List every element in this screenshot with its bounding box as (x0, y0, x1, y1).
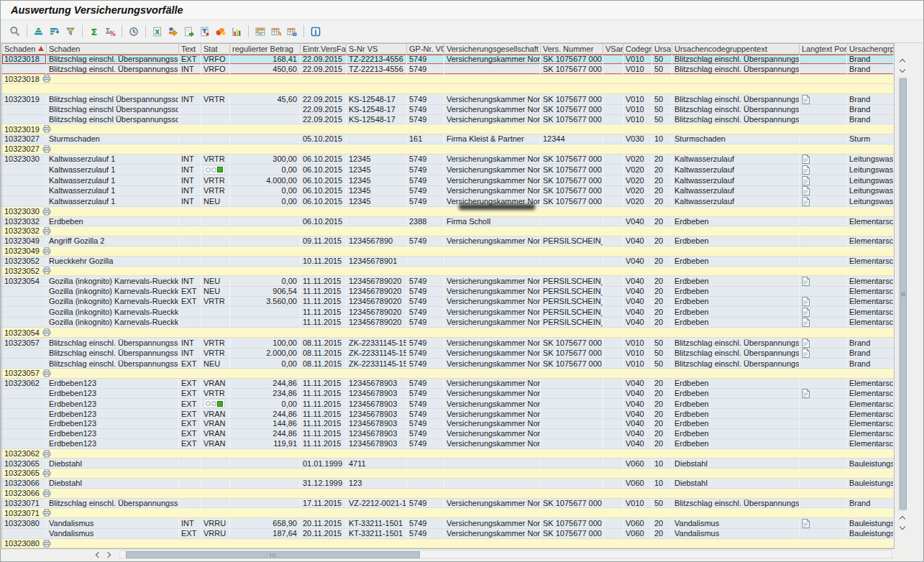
cell-betrag[interactable] (230, 548, 301, 549)
cell-langtext[interactable] (800, 115, 847, 125)
cell-snr_vs[interactable]: ZK-22331145-15 (347, 359, 407, 369)
subtotal-cell[interactable]: 10323049 (2, 247, 894, 257)
cell-betrag[interactable]: 658,90 (230, 518, 301, 529)
cell-text[interactable] (179, 479, 201, 489)
cell-datum[interactable]: 11.11.2015 (301, 318, 347, 328)
cell-datum[interactable]: 22.09.2015 (301, 55, 347, 65)
cell-utext[interactable]: Kaltwasserzulauf (672, 196, 800, 207)
cell-snr_vs[interactable]: 12345678903 (347, 409, 407, 419)
cell-vsart[interactable] (603, 94, 623, 105)
subtotal-cell[interactable]: 10323030 (2, 207, 894, 217)
cell-vers_nummer[interactable]: PERSILSCHEIN_1A (541, 236, 603, 247)
cell-vers_nummer[interactable] (541, 479, 603, 489)
cell-vg[interactable]: Versicherungskammer Nord-Ost (444, 419, 541, 429)
cell-codegrp[interactable]: V010 (623, 115, 652, 125)
cell-schaden_nr[interactable]: 10323052 (2, 257, 47, 267)
cell-vg[interactable]: Versicherungskammer Nord-Ost (444, 287, 541, 297)
cell-text[interactable]: EXT (179, 439, 201, 449)
cell-betrag[interactable] (230, 257, 301, 267)
cell-utext[interactable]: Blitzschlag einschl. Überspannungsschäd. (672, 65, 800, 75)
cell-vers_nummer[interactable] (541, 459, 603, 469)
cell-codegrp[interactable]: V040 (623, 276, 652, 287)
cell-stat[interactable]: VRFO (201, 55, 230, 65)
column-header-codegrp[interactable]: Codegrp (623, 44, 652, 55)
cell-vg[interactable]: Versicherungskammer Nord-Ost (444, 307, 541, 318)
cell-schaden_nr[interactable] (2, 297, 47, 308)
cell-codegrp[interactable]: V020 (623, 175, 652, 186)
horizontal-scrollbar[interactable] (2, 550, 895, 559)
cell-gp_nr[interactable]: 2388 (407, 217, 444, 227)
cell-vg[interactable]: Versicherungskammer Nord-Ost (444, 186, 541, 197)
cell-betrag[interactable]: 45,60 (230, 94, 301, 105)
cell-schaden_text[interactable]: Rueckkehr Gozilla (47, 257, 179, 267)
cell-schaden_text[interactable]: Sturmschaden (47, 134, 179, 144)
cell-gtext[interactable]: Leitungswasser (847, 196, 894, 207)
cell-datum[interactable]: 06.10.2015 (301, 175, 347, 186)
cell-ursa[interactable]: 50 (652, 359, 672, 369)
cell-schaden_text[interactable]: Gozilla (inkognito) Karnevals-Rueckkehr (47, 307, 179, 318)
cell-gtext[interactable]: Elementarschäden (847, 257, 894, 267)
cell-utext[interactable]: Erdbeben (672, 276, 800, 287)
cell-schaden_text[interactable]: Vandalismus (47, 518, 179, 529)
column-header-schaden_nr[interactable]: Schaden (2, 44, 47, 55)
abc-analysis-icon[interactable] (213, 24, 229, 40)
cell-ursa[interactable]: 50 (652, 105, 672, 115)
cell-schaden_text[interactable]: Vandalismus (47, 529, 179, 539)
cell-vg[interactable]: Versicherungskammer Nord-Ost (444, 529, 541, 539)
cell-datum[interactable]: 31.12.1999 (301, 479, 347, 489)
cell-langtext[interactable] (800, 479, 847, 489)
cell-stat[interactable]: VRTR (201, 338, 230, 349)
cell-snr_vs[interactable]: ZK-22331145-15 (347, 349, 407, 359)
cell-vsart[interactable] (603, 105, 623, 115)
cell-schaden_text[interactable]: Erdbeben123 (47, 379, 179, 389)
cell-vsart[interactable] (603, 318, 623, 328)
cell-vers_nummer[interactable] (541, 419, 603, 429)
cell-schaden_nr[interactable]: 10323030 (2, 155, 47, 165)
cell-schaden_nr[interactable] (2, 399, 47, 409)
cell-utext[interactable]: Kaltwasserzulauf (672, 175, 800, 186)
cell-ursa[interactable]: 50 (652, 338, 672, 349)
cell-betrag[interactable]: 2.000,00 (230, 349, 301, 359)
cell-schaden_text[interactable]: Gozilla (inkognito) Karnevals-Rueckkehr (47, 276, 179, 287)
cell-schaden_text[interactable]: Blitzschlag einschl. Überspannungsschäd. (47, 349, 179, 359)
cell-utext[interactable]: Kaltwasserzulauf (672, 186, 800, 197)
horizontal-scrollbar-thumb[interactable] (126, 551, 420, 558)
cell-stat[interactable]: VRAN (201, 439, 230, 449)
cell-langtext[interactable] (800, 338, 847, 349)
cell-utext[interactable]: Blitzschlag einschl. Überspannungsschäd. (672, 338, 800, 349)
cell-betrag[interactable]: 0,00 (230, 399, 301, 409)
cell-gp_nr[interactable]: 5749 (407, 105, 444, 115)
cell-betrag[interactable]: 119,91 (230, 439, 301, 449)
cell-gtext[interactable]: Brand (847, 55, 894, 65)
cell-gp_nr[interactable]: 5749 (407, 359, 444, 369)
cell-ursa[interactable]: 10 (652, 134, 672, 144)
cell-langtext[interactable] (800, 459, 847, 469)
info-icon[interactable]: i (308, 24, 324, 40)
cell-vsart[interactable] (603, 65, 623, 75)
cell-gtext[interactable]: Leitungswasser (847, 165, 894, 175)
cell-text[interactable]: INT (179, 175, 201, 186)
cell-gp_nr[interactable] (407, 257, 444, 267)
cell-snr_vs[interactable]: 12345 (347, 175, 407, 186)
cell-langtext[interactable] (800, 65, 847, 75)
cell-text[interactable]: EXT (179, 359, 201, 369)
cell-text[interactable]: INT (179, 276, 201, 287)
cell-schaden_nr[interactable] (2, 165, 47, 175)
column-header-gp_nr[interactable]: GP-Nr. VG (407, 44, 444, 55)
cell-langtext[interactable] (800, 165, 847, 175)
cell-betrag[interactable]: 144,86 (230, 419, 301, 429)
cell-datum[interactable]: 20.11.2015 (301, 529, 347, 539)
cell-vsart[interactable] (603, 529, 623, 539)
cell-snr_vs[interactable]: 12345678903 (347, 399, 407, 409)
detail-icon[interactable] (7, 24, 23, 40)
cell-codegrp[interactable]: V040 (623, 287, 652, 297)
cell-gp_nr[interactable]: 5749 (407, 115, 444, 125)
cell-utext[interactable]: Erdbeben (672, 236, 800, 247)
cell-ursa[interactable]: 50 (652, 548, 672, 549)
cell-utext[interactable]: Sturmschaden (672, 134, 800, 144)
cell-utext[interactable]: Blitzschlag einschl. Überspannungsschäd. (672, 94, 800, 105)
cell-betrag[interactable]: 0,00 (230, 186, 301, 197)
cell-schaden_nr[interactable] (2, 196, 47, 207)
cell-stat[interactable]: VRTR (201, 349, 230, 359)
cell-gp_nr[interactable] (407, 479, 444, 489)
